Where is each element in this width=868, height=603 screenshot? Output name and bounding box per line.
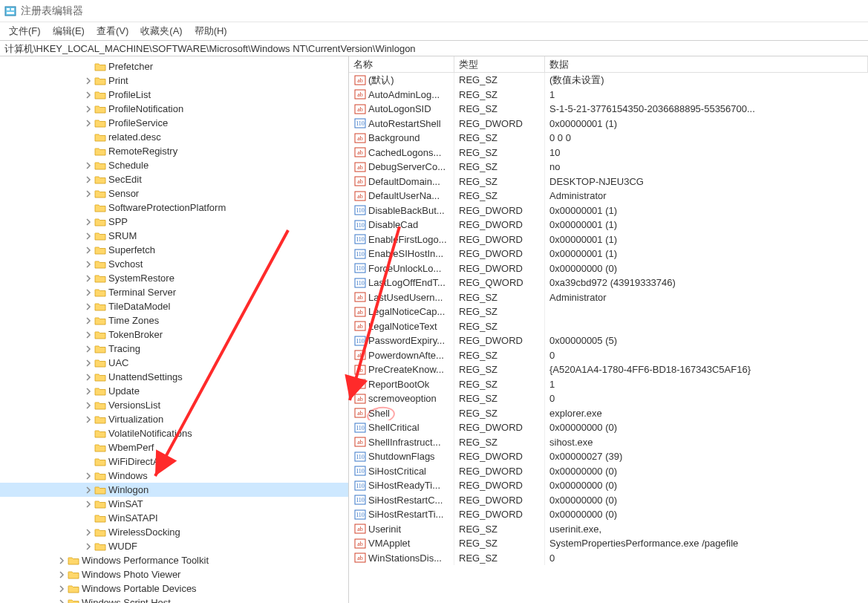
value-row[interactable]: ab(默认)REG_SZ(数值未设置) [349, 73, 868, 88]
expand-icon[interactable] [83, 120, 94, 127]
value-row[interactable]: abReportBootOkREG_SZ1 [349, 377, 868, 392]
tree-item[interactable]: ProfileNotification [0, 102, 348, 116]
col-header-data[interactable]: 数据 [545, 56, 868, 72]
value-row[interactable]: 110SiHostRestartC...REG_DWORD0x00000000 … [349, 493, 868, 508]
tree-item[interactable]: Windows [0, 469, 348, 483]
value-row[interactable]: abDefaultDomain...REG_SZDESKTOP-NJEU3CG [349, 175, 868, 189]
tree-item[interactable]: Update [0, 384, 348, 398]
value-row[interactable]: 110DisableBackBut...REG_DWORD0x00000001 … [349, 203, 868, 218]
value-row[interactable]: abscremoveoptionREG_SZ0 [349, 391, 868, 406]
tree-item[interactable]: Windows Portable Devices [0, 581, 348, 596]
expand-icon[interactable] [56, 557, 67, 564]
tree-item[interactable]: ProfileList [0, 88, 348, 102]
value-row[interactable]: 110EnableSIHostIn...REG_DWORD0x00000001 … [349, 247, 868, 261]
value-row[interactable]: abAutoLogonSIDREG_SZS-1-5-21-3776154350-… [349, 102, 868, 117]
menu-help[interactable]: 帮助(H) [189, 23, 233, 39]
tree-item[interactable]: Superfetch [0, 243, 348, 257]
tree-item[interactable]: WbemPerf [0, 440, 348, 454]
tree-item[interactable]: Virtualization [0, 412, 348, 426]
expand-icon[interactable] [83, 91, 94, 99]
value-row[interactable]: 110AutoRestartShellREG_DWORD0x00000001 (… [349, 117, 868, 131]
expand-icon[interactable] [83, 289, 94, 296]
expand-icon[interactable] [56, 599, 67, 604]
tree-item[interactable]: UnattendSettings [0, 370, 348, 384]
tree-item[interactable]: ProfileService [0, 116, 348, 130]
value-row[interactable]: abLegalNoticeCap...REG_SZ [349, 304, 868, 319]
value-row[interactable]: 110SiHostRestartTi...REG_DWORD0x00000000… [349, 507, 868, 522]
tree-item[interactable]: Print [0, 74, 348, 88]
tree-item[interactable]: Windows Performance Toolkit [0, 553, 348, 567]
tree-item[interactable]: WirelessDocking [0, 525, 348, 539]
expand-icon[interactable] [83, 247, 94, 254]
expand-icon[interactable] [83, 402, 94, 409]
expand-icon[interactable] [56, 585, 67, 593]
expand-icon[interactable] [83, 388, 94, 395]
tree-item[interactable]: SecEdit [0, 172, 348, 186]
value-row[interactable]: abDebugServerCo...REG_SZno [349, 160, 868, 175]
tree-item[interactable]: Prefetcher [0, 59, 348, 74]
tree-item[interactable]: WUDF [0, 539, 348, 553]
value-row[interactable]: abLastUsedUsern...REG_SZAdministrator [349, 290, 868, 305]
value-row[interactable]: abAutoAdminLog...REG_SZ1 [349, 88, 868, 102]
tree-item[interactable]: VersionsList [0, 398, 348, 412]
tree-pane[interactable]: PrefetcherPrintProfileListProfileNotific… [0, 56, 349, 603]
expand-icon[interactable] [83, 501, 94, 508]
expand-icon[interactable] [83, 345, 94, 353]
value-row[interactable]: abUserinitREG_SZuserinit.exe, [349, 522, 868, 537]
tree-item[interactable]: SRUM [0, 229, 348, 243]
expand-icon[interactable] [83, 529, 94, 536]
tree-item[interactable]: Tracing [0, 342, 348, 356]
expand-icon[interactable] [83, 331, 94, 339]
value-row[interactable]: abPreCreateKnow...REG_SZ{A520A1A4-1780-4… [349, 362, 868, 377]
tree-item[interactable]: Windows Script Host [0, 596, 348, 603]
expand-icon[interactable] [83, 472, 94, 480]
tree-item[interactable]: related.desc [0, 130, 348, 144]
tree-item[interactable]: SPP [0, 215, 348, 229]
list-pane[interactable]: 名称 类型 数据 ab(默认)REG_SZ(数值未设置)abAutoAdminL… [349, 56, 868, 603]
tree-item[interactable]: TileDataModel [0, 299, 348, 313]
menu-edit[interactable]: 编辑(E) [47, 23, 91, 39]
value-row[interactable]: abLegalNoticeTextREG_SZ [349, 319, 868, 334]
value-row[interactable]: abBackgroundREG_SZ0 0 0 [349, 131, 868, 146]
tree-item[interactable]: VolatileNotifications [0, 426, 348, 440]
tree-item[interactable]: Schedule [0, 158, 348, 172]
value-row[interactable]: abWinStationsDis...REG_SZ0 [349, 551, 868, 566]
tree-item[interactable]: WiFiDirectAPI [0, 454, 348, 469]
expand-icon[interactable] [83, 176, 94, 183]
value-row[interactable]: abVMAppletREG_SZSystemPropertiesPerforma… [349, 536, 868, 551]
tree-item[interactable]: TokenBroker [0, 327, 348, 342]
tree-item[interactable]: Svchost [0, 257, 348, 271]
menu-view[interactable]: 查看(V) [91, 23, 134, 39]
value-row[interactable]: 110SiHostReadyTi...REG_DWORD0x00000000 (… [349, 478, 868, 493]
addressbar[interactable]: 计算机\HKEY_LOCAL_MACHINE\SOFTWARE\Microsof… [0, 40, 868, 56]
value-row[interactable]: 110EnableFirstLogo...REG_DWORD0x00000001… [349, 232, 868, 247]
tree-item[interactable]: WinSATAPI [0, 511, 348, 525]
value-row[interactable]: abDefaultUserNa...REG_SZAdministrator [349, 189, 868, 203]
tree-item[interactable]: UAC [0, 356, 348, 370]
expand-icon[interactable] [83, 416, 94, 423]
expand-icon[interactable] [83, 232, 94, 240]
value-row[interactable]: abPowerdownAfte...REG_SZ0 [349, 348, 868, 363]
expand-icon[interactable] [83, 486, 94, 494]
expand-icon[interactable] [56, 571, 67, 578]
expand-icon[interactable] [83, 317, 94, 325]
value-row[interactable]: 110ForceUnlockLo...REG_DWORD0x00000000 (… [349, 261, 868, 276]
expand-icon[interactable] [83, 218, 94, 226]
value-row[interactable]: abShellInfrastruct...REG_SZsihost.exe [349, 435, 868, 450]
expand-icon[interactable] [83, 275, 94, 282]
value-row[interactable]: 110ShutdownFlagsREG_DWORD0x00000027 (39) [349, 449, 868, 464]
expand-icon[interactable] [83, 374, 94, 381]
tree-item[interactable]: Sensor [0, 186, 348, 201]
tree-item[interactable]: SystemRestore [0, 271, 348, 285]
tree-item[interactable]: Windows Photo Viewer [0, 567, 348, 581]
expand-icon[interactable] [83, 261, 94, 268]
value-row[interactable]: 110PasswordExpiry...REG_DWORD0x00000005 … [349, 333, 868, 348]
value-row[interactable]: abCachedLogons...REG_SZ10 [349, 146, 868, 160]
expand-icon[interactable] [83, 162, 94, 169]
tree-item[interactable]: Terminal Server [0, 285, 348, 299]
value-row[interactable]: 110LastLogOffEndT...REG_QWORD0xa39cbd972… [349, 276, 868, 290]
col-header-name[interactable]: 名称 [349, 56, 454, 72]
tree-item[interactable]: SoftwareProtectionPlatform [0, 201, 348, 215]
expand-icon[interactable] [83, 543, 94, 550]
value-row[interactable]: 110DisableCadREG_DWORD0x00000001 (1) [349, 218, 868, 232]
